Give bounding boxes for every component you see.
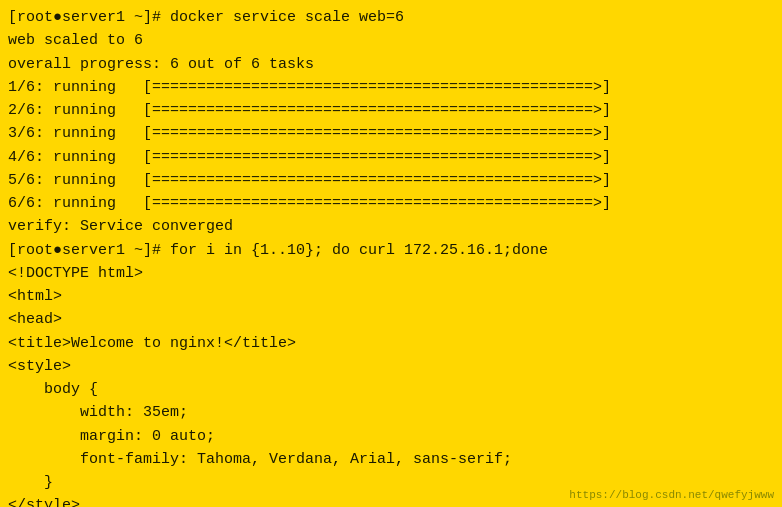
- terminal-line: <style>: [8, 355, 774, 378]
- terminal-output: [root●server1 ~]# docker service scale w…: [8, 6, 774, 507]
- terminal-line: 6/6: running [==========================…: [8, 192, 774, 215]
- terminal-line: verify: Service converged: [8, 215, 774, 238]
- terminal-line: font-family: Tahoma, Verdana, Arial, san…: [8, 448, 774, 471]
- terminal-line: 1/6: running [==========================…: [8, 76, 774, 99]
- terminal-line: <!DOCTYPE html>: [8, 262, 774, 285]
- terminal-line: overall progress: 6 out of 6 tasks: [8, 53, 774, 76]
- terminal-line: <html>: [8, 285, 774, 308]
- watermark: https://blog.csdn.net/qwefyjwww: [569, 489, 774, 501]
- terminal-line: <head>: [8, 308, 774, 331]
- terminal-line: web scaled to 6: [8, 29, 774, 52]
- terminal-line: 5/6: running [==========================…: [8, 169, 774, 192]
- terminal-line: 4/6: running [==========================…: [8, 146, 774, 169]
- terminal-line: [root●server1 ~]# for i in {1..10}; do c…: [8, 239, 774, 262]
- terminal-line: width: 35em;: [8, 401, 774, 424]
- terminal-line: [root●server1 ~]# docker service scale w…: [8, 6, 774, 29]
- terminal-line: <title>Welcome to nginx!</title>: [8, 332, 774, 355]
- terminal-window: [root●server1 ~]# docker service scale w…: [0, 0, 782, 507]
- terminal-line: 3/6: running [==========================…: [8, 122, 774, 145]
- terminal-line: body {: [8, 378, 774, 401]
- terminal-line: 2/6: running [==========================…: [8, 99, 774, 122]
- terminal-line: margin: 0 auto;: [8, 425, 774, 448]
